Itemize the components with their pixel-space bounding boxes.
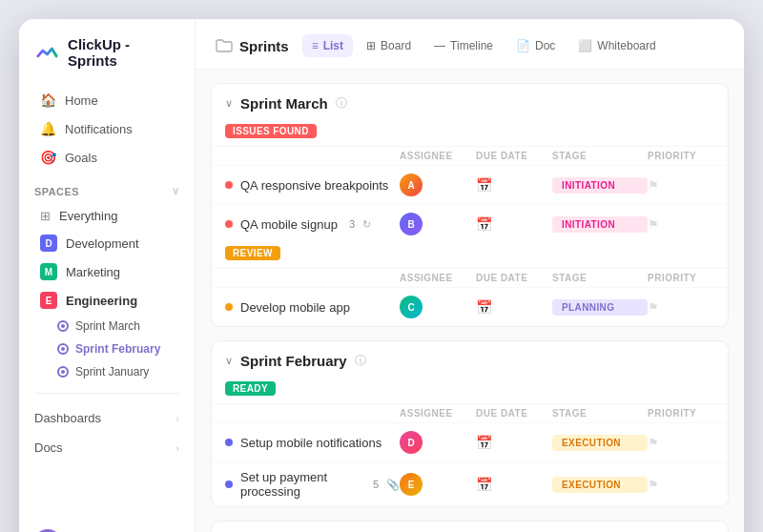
tab-whiteboard[interactable]: ⬜ Whiteboard (568, 34, 665, 57)
task-row: Develop mobile app C 📅 PLANNING ⚑ (212, 287, 728, 326)
task-table-header-2: ASSIGNEE DUE DATE STAGE PRIORITY (212, 268, 728, 287)
col-task-f (225, 408, 400, 419)
sprint-march-info-icon: ⓘ (336, 95, 347, 112)
task-priority-flag-5: ⚑ (648, 478, 714, 492)
main-header: Sprints ≡ List ⊞ Board — Timeline 📄 Doc (196, 19, 744, 70)
sidebar-item-sprint-march[interactable]: Sprint March (25, 315, 189, 338)
sidebar-item-dashboards[interactable]: Dashboards › (19, 403, 195, 433)
task-priority-flag-3: ⚑ (648, 300, 714, 315)
task-name-4: Setup mobile notifications (240, 436, 382, 450)
attachment-icon: 📎 (386, 479, 400, 491)
doc-tab-icon: 📄 (516, 39, 530, 52)
app-window: ClickUp - Sprints 🏠 Home 🔔 Notifications… (19, 19, 744, 532)
view-tabs: ≡ List ⊞ Board — Timeline 📄 Doc ⬜ Whi (302, 34, 666, 57)
sprint-march-section: ∨ Sprint March ⓘ ISSUES FOUND ASSIGNEE D… (211, 83, 729, 327)
sidebar-item-everything-label: Everything (59, 209, 117, 223)
board-tab-icon: ⊞ (366, 39, 376, 52)
task-table-header-3: ASSIGNEE DUE DATE STAGE PRIORITY (212, 403, 728, 422)
sidebar-item-engineering-label: Engineering (66, 294, 137, 308)
col-priority-f: PRIORITY (648, 408, 714, 419)
task-assignee-3: C (400, 296, 423, 318)
col-task (225, 151, 400, 161)
sprint-january-section[interactable]: › Sprint January ⓘ (211, 521, 729, 532)
col-stage-1: STAGE (552, 151, 648, 161)
task-name-cell: Set up payment processing 5 📎 (225, 470, 400, 499)
task-name-2: QA mobile signup (240, 217, 338, 232)
sprint-february-chevron-icon: ∨ (225, 355, 233, 367)
sidebar-item-notifications-label: Notifications (65, 122, 133, 136)
sprint-january-icon (57, 366, 69, 378)
task-calendar-1: 📅 (476, 177, 552, 193)
sidebar-item-docs[interactable]: Docs › (19, 433, 195, 462)
sprint-february-info-icon: ⓘ (355, 353, 366, 369)
timeline-tab-icon: — (434, 39, 445, 52)
sidebar-item-sprint-january[interactable]: Sprint January (25, 360, 189, 383)
col-assignee-1: ASSIGNEE (400, 151, 476, 161)
grid-icon: ⊞ (40, 209, 51, 223)
task-calendar-3: 📅 (476, 299, 552, 315)
task-priority-flag-2: ⚑ (648, 217, 714, 232)
sidebar-item-notifications[interactable]: 🔔 Notifications (25, 114, 189, 143)
sidebar-item-home-label: Home (65, 93, 98, 108)
spaces-section-header: Spaces ∨ (19, 172, 195, 203)
task-dot-1 (225, 181, 233, 189)
home-icon: 🏠 (40, 92, 56, 108)
task-dot-3 (225, 303, 233, 311)
marketing-space-icon: M (40, 263, 57, 280)
task-row: QA mobile signup 3 ↻ B 📅 INITIATION ⚑ (212, 204, 728, 243)
ready-badge-wrap: READY (212, 379, 728, 403)
task-dot-5 (225, 481, 233, 488)
col-stage-r: STAGE (552, 273, 648, 283)
task-stage-2: INITIATION (552, 216, 648, 233)
page-title: Sprints (239, 38, 289, 54)
refresh-icon: ↻ (362, 218, 371, 231)
task-name-1: QA responsive breakpoints (240, 178, 388, 193)
chevron-right-docs-icon: › (175, 442, 179, 454)
issues-found-badge: ISSUES FOUND (225, 124, 317, 138)
sprint-march-icon (57, 320, 69, 332)
issues-found-badge-wrap: ISSUES FOUND (212, 121, 728, 146)
task-table-header-1: ASSIGNEE DUE DATE STAGE PRIORITY (212, 146, 728, 165)
sidebar-item-engineering[interactable]: E Engineering (25, 286, 189, 315)
task-assignee-1: A (400, 174, 423, 196)
sidebar-item-marketing-label: Marketing (66, 265, 120, 279)
sprints-folder-icon (215, 36, 234, 55)
task-assignee-5: E (400, 473, 423, 496)
sprint-february-section: ∨ Sprint February ⓘ READY ASSIGNEE DUE D… (211, 340, 729, 507)
tab-board[interactable]: ⊞ Board (357, 34, 421, 57)
sidebar-item-home[interactable]: 🏠 Home (25, 86, 189, 114)
sidebar-item-development-label: Development (66, 236, 139, 251)
sidebar-item-goals-label: Goals (65, 151, 97, 165)
task-dot-4 (225, 439, 233, 446)
sprint-march-header[interactable]: ∨ Sprint March ⓘ (212, 84, 728, 121)
col-task-r (225, 273, 400, 283)
sidebar-item-sprint-february[interactable]: Sprint February (25, 338, 189, 360)
sprint-february-header[interactable]: ∨ Sprint February ⓘ (212, 341, 728, 379)
sidebar: ClickUp - Sprints 🏠 Home 🔔 Notifications… (19, 19, 196, 532)
task-row: Set up payment processing 5 📎 E 📅 EXECUT… (212, 461, 728, 506)
sidebar-item-development[interactable]: D Development (25, 229, 189, 257)
task-calendar-4: 📅 (476, 435, 552, 450)
tab-timeline[interactable]: — Timeline (424, 34, 503, 57)
clickup-logo-icon (34, 39, 60, 66)
task-assignee-2: B (400, 213, 423, 235)
tab-doc[interactable]: 📄 Doc (506, 34, 565, 57)
task-count-5: 5 (373, 479, 379, 490)
spaces-label: Spaces (34, 186, 79, 197)
task-row: Setup mobile notifications D 📅 EXECUTION… (212, 422, 728, 461)
tab-board-label: Board (381, 39, 411, 52)
sidebar-item-everything[interactable]: ⊞ Everything (25, 203, 189, 229)
sidebar-item-goals[interactable]: 🎯 Goals (25, 143, 189, 172)
col-duedate-r: DUE DATE (476, 273, 552, 283)
task-count-2: 3 (349, 218, 355, 230)
task-priority-flag-1: ⚑ (648, 178, 714, 193)
task-calendar-5: 📅 (476, 477, 552, 492)
tab-list[interactable]: ≡ List (302, 34, 353, 57)
task-name-cell: Setup mobile notifications (225, 436, 400, 450)
task-assignee-4: D (400, 431, 423, 454)
sidebar-sprint-february-label: Sprint February (75, 342, 160, 356)
sidebar-item-marketing[interactable]: M Marketing (25, 257, 189, 286)
tab-timeline-label: Timeline (450, 39, 493, 52)
task-stage-5: EXECUTION (552, 477, 648, 493)
sidebar-divider (34, 393, 179, 394)
